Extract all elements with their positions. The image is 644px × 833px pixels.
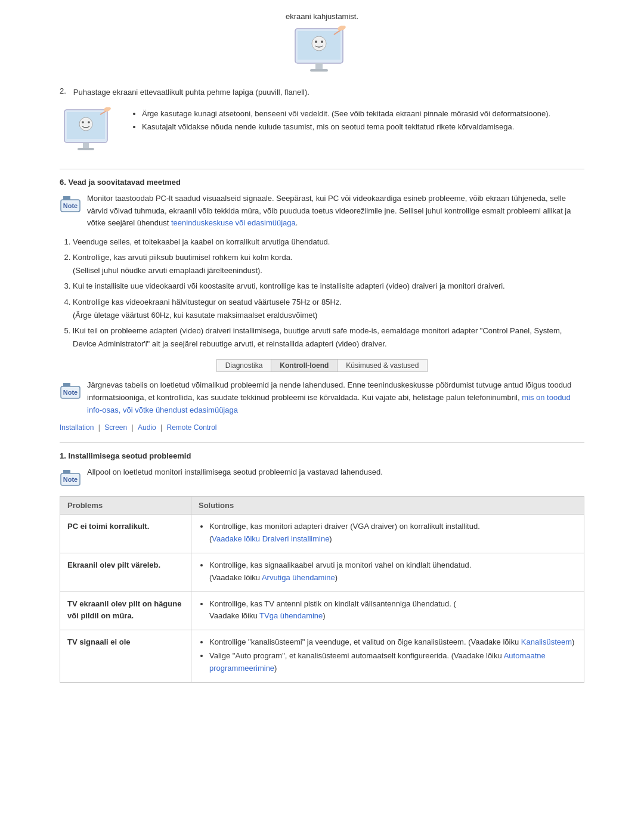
svg-text:Note: Note: [63, 476, 78, 483]
svg-point-11: [79, 117, 92, 131]
note-icon-3: Note: [60, 467, 81, 489]
sub-link-installation[interactable]: Installation: [60, 423, 94, 432]
svg-rect-5: [315, 63, 323, 69]
section1-note-text: Allpool on loetletud monitori installimi…: [87, 466, 383, 479]
svg-point-12: [82, 121, 84, 123]
sub-link-remote-control[interactable]: Remote Control: [167, 423, 217, 432]
note1-link[interactable]: teeninduskeskuse või edasimüüjaga: [171, 218, 296, 227]
troubleshoot-steps: Veenduge selles, et toitekaabel ja kaabe…: [60, 236, 584, 351]
problem-4: TV signaali ei ole: [60, 630, 191, 682]
section1-title: 1. Installimisega seotud probleemid: [60, 451, 584, 460]
tab-kysimused[interactable]: Küsimused & vastused: [338, 360, 427, 371]
sub-navigation: Installation | Screen | Audio | Remote C…: [60, 423, 584, 432]
table-col-problems: Problems: [60, 497, 191, 515]
note-icon-1: Note: [60, 194, 81, 215]
tab-navigation: Diagnostika Kontroll-loend Küsimused & v…: [60, 359, 584, 372]
svg-rect-14: [83, 143, 89, 148]
solution-4-link2[interactable]: Automaatne programmeerimine: [209, 651, 546, 673]
svg-point-3: [315, 41, 317, 43]
solution-4-link1[interactable]: Kanalisüsteem: [521, 637, 572, 646]
svg-text:Note: Note: [63, 389, 78, 396]
step-5: lKui teil on probleeme adapteri (video) …: [73, 324, 584, 351]
step-3: Kui te installisite uue videokaardi või …: [73, 280, 584, 293]
svg-point-2: [312, 36, 326, 51]
problem-2: Ekraanil olev pilt väreleb.: [60, 553, 191, 592]
step2-text: Puhastage ekraani ettevaatlikult puhta p…: [73, 86, 309, 99]
section-divider-2: [60, 442, 584, 443]
table-col-solutions: Solutions: [191, 497, 584, 515]
solution-2: Kontrollige, kas signaalikaabel arvuti j…: [191, 553, 584, 592]
svg-marker-26: [63, 470, 70, 473]
monitor-illustration-left: [60, 107, 119, 158]
svg-rect-15: [78, 148, 94, 150]
section6-title: 6. Vead ja soovitatavad meetmed: [60, 178, 584, 187]
svg-point-4: [321, 41, 323, 43]
bullet-item-1: Ärge kasutage kunagi atsetooni, benseeni…: [142, 107, 550, 120]
svg-rect-6: [310, 69, 328, 72]
table-row: TV ekraanil olev pilt on hägune või pild…: [60, 592, 584, 630]
solution-1: Kontrollige, kas monitori adapteri draiv…: [191, 515, 584, 553]
solution-3: Kontrollige, kas TV antenni pistik on ki…: [191, 592, 584, 630]
tab-diagnostika[interactable]: Diagnostika: [217, 360, 272, 371]
step-2: Kontrollige, kas arvuti piiksub buutimis…: [73, 251, 584, 277]
section-divider-1: [60, 169, 584, 169]
solution-4: Kontrollige "kanalisüsteemi" ja veenduge…: [191, 630, 584, 682]
caution-bullets: Ärge kasutage kunagi atsetooni, benseeni…: [130, 107, 550, 134]
solution-3-link[interactable]: TVga ühendamine: [259, 611, 323, 620]
step-1: Veenduge selles, et toitekaabel ja kaabe…: [73, 236, 584, 249]
table-row: TV signaali ei ole Kontrollige "kanalisü…: [60, 630, 584, 682]
problem-1: PC ei toimi korralikult.: [60, 515, 191, 553]
monitor-illustration-top: [289, 26, 355, 79]
tab-kontroll-loend[interactable]: Kontroll-loend: [271, 360, 338, 371]
bullet-item-2: Kasutajalt võidakse nõuda nende kulude t…: [142, 120, 550, 134]
sub-link-screen[interactable]: Screen: [104, 423, 127, 432]
solution-1-link[interactable]: Vaadake lõiku Draiveri installimine: [212, 534, 329, 543]
svg-marker-20: [63, 196, 70, 200]
problems-table: Problems Solutions PC ei toimi korraliku…: [60, 496, 584, 682]
sub-link-audio[interactable]: Audio: [138, 423, 156, 432]
note-icon-2: Note: [60, 380, 81, 402]
svg-text:Note: Note: [63, 202, 78, 209]
top-caption: ekraani kahjustamist.: [60, 12, 584, 21]
step2-number: 2.: [60, 86, 66, 95]
step-4: Kontrollige kas videoekraani hälvitusteg…: [73, 296, 584, 322]
table-row: Ekraanil olev pilt väreleb. Kontrollige,…: [60, 553, 584, 592]
solution-2-link[interactable]: Arvutiga ühendamine: [262, 573, 335, 582]
svg-marker-23: [63, 383, 70, 386]
problem-3: TV ekraanil olev pilt on hägune või pild…: [60, 592, 191, 630]
svg-point-13: [88, 121, 90, 123]
note1-text: Monitor taastoodab PC-lt saadud visuaals…: [87, 193, 584, 230]
table-row: PC ei toimi korralikult. Kontrollige, ka…: [60, 515, 584, 553]
note2-text: Järgnevas tabelis on loetletud võimaliku…: [87, 379, 584, 416]
